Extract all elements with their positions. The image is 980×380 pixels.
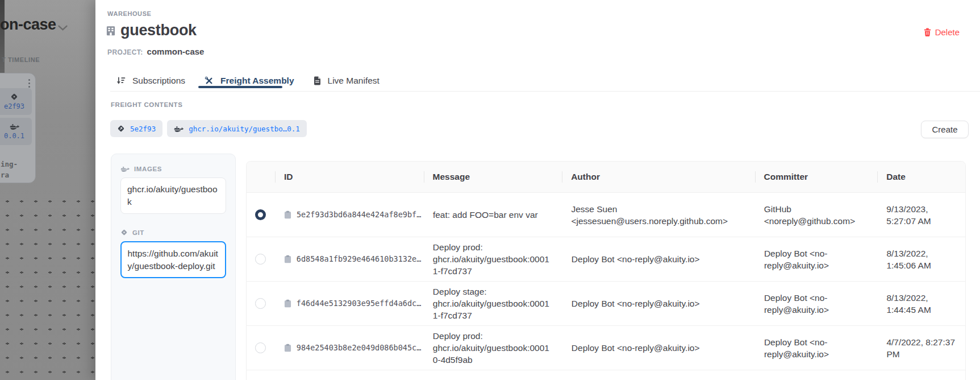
commit-committer: Deploy Bot <no-reply@akuity.io> — [755, 336, 877, 360]
freight-image-chip: 0.0.1 — [0, 118, 32, 145]
commit-date: 8/13/2022, 1:45:06 AM — [877, 247, 965, 271]
commit-date: 8/13/2022, 1:44:45 AM — [877, 292, 965, 316]
image-repo-option[interactable]: ghcr.io/akuity/guestbook — [120, 177, 226, 214]
row-radio[interactable] — [255, 254, 266, 265]
image-tag: 0.0.1 — [4, 132, 24, 140]
tab-label: Freight Assembly — [220, 76, 294, 86]
sort-icon — [116, 76, 126, 85]
column-header-message: Message — [424, 162, 562, 192]
delete-button[interactable]: Delete — [924, 27, 960, 37]
file-icon — [314, 76, 321, 85]
canvas-dot-grid — [0, 193, 95, 380]
page-title: guestbook — [120, 22, 197, 39]
background-canvas: on-case T TIMELINE e2f93 0.0.1 ing- ra — [0, 0, 95, 380]
freight-timeline-label: T TIMELINE — [2, 56, 40, 63]
freight-contents-label: FREIGHT CONTENTS — [111, 101, 183, 108]
commit-id: 6d8548a1fb929e464610b3132e… — [297, 253, 421, 265]
chip-text: 5e2f93 — [130, 125, 156, 133]
tab-label: Subscriptions — [132, 76, 185, 86]
clipboard-icon — [284, 299, 291, 308]
column-header-committer: Committer — [755, 162, 878, 192]
git-commit-icon — [120, 229, 128, 236]
row-radio[interactable] — [255, 298, 266, 309]
trash-icon — [924, 28, 931, 36]
table-header: ID Message Author Committer Date — [247, 162, 965, 193]
row-radio[interactable] — [255, 209, 266, 220]
tab-freight-assembly[interactable]: Freight Assembly — [205, 76, 294, 86]
docker-icon — [10, 123, 19, 130]
table-row[interactable]: 5e2f93d3bd6a844e424af8e9bf… feat: add FO… — [247, 193, 965, 237]
commit-message: Deploy prod: ghcr.io/akuity/guestbook:00… — [424, 241, 562, 277]
chip-text: ghcr.io/akuity/guestbo…0.1 — [189, 125, 300, 133]
clipboard-icon — [284, 210, 291, 219]
warehouse-icon — [106, 26, 115, 36]
commit-id: 984e25403b8e2e049d086b045c… — [297, 342, 421, 354]
commit-id: 5e2f93d3bd6a844e424af8e9bf… — [297, 209, 421, 221]
table-row[interactable]: f46d44e5132903e95effd4a6dc… Deploy stage… — [247, 282, 965, 326]
project-name: common-case — [147, 47, 205, 56]
project-switcher: on-case — [0, 16, 56, 34]
freight-commit-chip: e2f93 — [0, 88, 32, 115]
tab-live-manifest[interactable]: Live Manifest — [314, 76, 380, 86]
clipboard-icon — [284, 344, 291, 352]
table-row[interactable]: 984e25403b8e2e049d086b045c… Deploy prod:… — [247, 326, 965, 370]
git-commit-icon — [10, 93, 18, 101]
image-chip[interactable]: ghcr.io/akuity/guestbo…0.1 — [167, 120, 307, 137]
commit-author: Jesse Suen <jessesuen@users.noreply.gith… — [562, 203, 754, 227]
git-repo-option-selected[interactable]: https://github.com/akuity/guestbook-depl… — [120, 241, 226, 278]
images-section-label: IMAGES — [120, 166, 226, 172]
commit-author: Deploy Bot <no-reply@akuity.io> — [562, 253, 755, 265]
row-radio[interactable] — [255, 342, 266, 353]
tools-icon — [205, 76, 214, 85]
more-dots-icon — [28, 79, 30, 88]
docker-icon — [120, 166, 130, 172]
column-header-author: Author — [562, 162, 754, 192]
stage-name-truncated: ing- ra — [1, 159, 18, 180]
chevron-down-icon — [58, 25, 68, 31]
warehouse-eyebrow: WAREHOUSE — [107, 10, 152, 17]
tabs-divider — [110, 91, 980, 92]
create-button[interactable]: Create — [921, 121, 969, 138]
commit-message: feat: add FOO=bar env var — [424, 209, 562, 221]
commit-committer: Deploy Bot <no-reply@akuity.io> — [755, 292, 877, 316]
subscription-sidebar: IMAGES ghcr.io/akuity/guestbook GIT http… — [111, 154, 236, 380]
commit-date: 4/7/2022, 8:27:37 PM — [877, 336, 965, 360]
clipboard-icon — [284, 255, 291, 263]
commit-id: f46d44e5132903e95effd4a6dc… — [297, 298, 421, 309]
commits-table: ID Message Author Committer Date 5e2f93d… — [246, 161, 966, 380]
column-header-date: Date — [877, 162, 965, 192]
tab-label: Live Manifest — [328, 76, 380, 86]
commit-committer: GitHub <noreply@github.com> — [755, 203, 878, 227]
tab-subscriptions[interactable]: Subscriptions — [116, 76, 185, 86]
table-row[interactable]: 6d8548a1fb929e464610b3132e… Deploy prod:… — [247, 237, 965, 282]
table-body: 5e2f93d3bd6a844e424af8e9bf… feat: add FO… — [247, 193, 965, 370]
delete-label: Delete — [935, 27, 960, 37]
commit-chip[interactable]: 5e2f93 — [110, 120, 162, 137]
freight-contents-chips: 5e2f93 ghcr.io/akuity/guestbo…0.1 — [110, 120, 307, 137]
commit-author: Deploy Bot <no-reply@akuity.io> — [562, 342, 755, 354]
git-section-label: GIT — [120, 229, 226, 236]
commit-date: 9/13/2023, 5:27:07 AM — [877, 203, 965, 227]
commit-author: Deploy Bot <no-reply@akuity.io> — [562, 298, 755, 309]
commit-sha: e2f93 — [4, 102, 24, 110]
warehouse-drawer: WAREHOUSE guestbook PROJECT: common-case… — [95, 0, 980, 380]
commit-message: Deploy stage: ghcr.io/akuity/guestbook:0… — [424, 286, 562, 321]
docker-icon — [174, 125, 184, 133]
project-label: PROJECT: — [107, 48, 143, 56]
commit-committer: Deploy Bot <no-reply@akuity.io> — [755, 247, 877, 271]
radio-column-header — [247, 162, 275, 192]
active-tab-indicator — [198, 86, 282, 88]
git-commit-icon — [117, 125, 125, 133]
column-header-id: ID — [275, 162, 424, 192]
freight-timeline-card: e2f93 0.0.1 ing- ra — [0, 73, 36, 183]
commit-message: Deploy prod: ghcr.io/akuity/guestbook:00… — [424, 330, 562, 366]
